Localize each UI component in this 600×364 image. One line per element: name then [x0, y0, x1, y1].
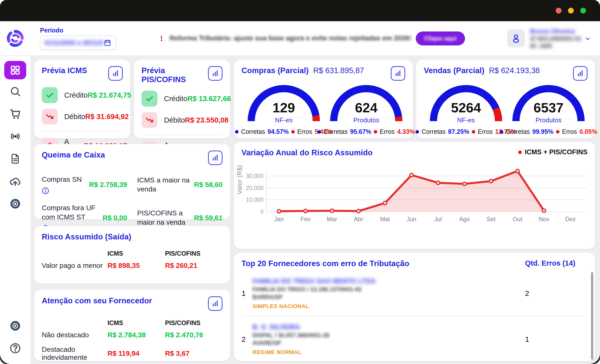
credito-row: Crédito R$ 13.627,66: [142, 91, 222, 107]
table-row[interactable]: 2 B. S. SILVEIRA DISPAL / 30.057.366/000…: [242, 317, 588, 361]
scrollbar-thumb[interactable]: [591, 272, 593, 360]
corretas-dot: [318, 130, 321, 134]
chevron-down-icon[interactable]: [584, 35, 591, 42]
gauge-nfes: 129 NF-es Corretas94.57% Erros5.43%: [242, 81, 325, 135]
search-icon: [10, 86, 21, 97]
bar-chart-icon: [394, 69, 402, 78]
svg-text:Abr: Abr: [354, 216, 363, 222]
svg-text:Ago: Ago: [459, 216, 470, 222]
period-label: Período: [40, 27, 116, 34]
debito-row: Débito R$ 23.550,08: [142, 112, 222, 128]
sidebar-item-dashboard[interactable]: [4, 61, 26, 79]
sidebar-item-search[interactable]: [4, 84, 26, 98]
person-icon: [510, 33, 522, 44]
svg-text:Jun: Jun: [407, 216, 416, 222]
card-variacao-anual: Variação Anual do Risco Assumido ICMS + …: [234, 142, 595, 249]
open-chart-button[interactable]: [208, 296, 222, 311]
sidebar-item-purchases[interactable]: [4, 107, 26, 121]
open-chart-button[interactable]: [108, 66, 123, 81]
banner-text: Reforma Tributária: ajuste sua base agor…: [170, 34, 411, 42]
y-axis-label: Valor (R$): [236, 165, 243, 194]
cart-icon: [9, 108, 21, 120]
svg-text:0: 0: [260, 208, 264, 215]
svg-text:Jan: Jan: [274, 216, 284, 222]
user-menu[interactable]: Bruno Oliveira 47.603.246/0001-51 ID: 16…: [507, 27, 591, 50]
corretas-dot: [500, 130, 503, 134]
card-previa-icms: Prévia ICMS Crédito R$ 21.674,75: [34, 60, 130, 138]
chart-legend: ICMS + PIS/COFINS: [518, 148, 588, 156]
svg-text:30.000: 30.000: [246, 173, 264, 179]
queima-item: Compras SN R$ 2.758,39: [42, 175, 127, 194]
sidebar-item-documents[interactable]: [4, 152, 26, 166]
trending-down-icon: [42, 109, 58, 125]
open-chart-button[interactable]: [208, 151, 222, 165]
svg-text:20.000: 20.000: [246, 185, 264, 191]
alert-icon: [158, 35, 165, 42]
app-window: Período 01/11/2025 a 30/11/2025 Reforma …: [0, 0, 600, 364]
supplier-regime: SIMPLES NACIONAL: [252, 303, 525, 310]
check-icon: [142, 91, 158, 107]
sidebar-item-broadcast[interactable]: [4, 129, 26, 143]
svg-text:Fev: Fev: [300, 216, 310, 222]
period-date-range-input[interactable]: 01/11/2025 a 30/11/2025: [40, 35, 116, 50]
legend-dot: [518, 151, 522, 154]
period-filter: Período 01/11/2025 a 30/11/2025: [40, 27, 116, 50]
table-row: Não destacado R$ 2.784,38 R$ 2.470,76: [42, 331, 222, 339]
chart-title: Variação Anual do Risco Assumido: [242, 148, 372, 157]
window-close-button[interactable]: [556, 8, 562, 13]
erros-dot: [291, 130, 295, 134]
svg-text:10.000: 10.000: [246, 196, 264, 203]
card-title: Prévia ICMS: [42, 66, 87, 75]
card-title: Prévia PIS/COFINS: [142, 66, 208, 84]
sidebar-item-help[interactable]: [10, 343, 21, 355]
error-count: 1: [525, 335, 529, 343]
sidebar-item-upload[interactable]: [4, 174, 26, 188]
error-count: 2: [525, 289, 529, 297]
dashboard-grid-icon: [10, 65, 21, 76]
card-vendas-parcial: Vendas (Parcial) R$ 624.193,38: [416, 60, 595, 138]
sidebar-item-preferences[interactable]: [10, 320, 21, 333]
card-compras-parcial: Compras (Parcial) R$ 631.895,87: [234, 60, 413, 138]
avatar: [507, 29, 525, 47]
credito-row: Crédito R$ 21.674,75: [42, 87, 123, 103]
calendar-icon[interactable]: [104, 39, 112, 47]
bar-chart-icon: [111, 69, 120, 78]
table-title: Top 20 Fornecedores com erro de Tributaç…: [242, 259, 525, 268]
gear-icon: [10, 320, 21, 332]
col-header-pis-cofins: PIS/COFINS: [165, 250, 222, 257]
gauge-arc: 129 NF-es: [244, 81, 324, 125]
card-top20-fornecedores: Top 20 Fornecedores com erro de Tributaç…: [234, 253, 595, 361]
table-row: Valor pago a menor R$ 898,35 R$ 260,21: [42, 262, 222, 270]
bar-chart-icon: [211, 299, 220, 308]
card-atencao-fornecedor: Atenção com seu Fornecedor ICMS PIS/COFI…: [34, 290, 230, 361]
open-chart-button[interactable]: [208, 66, 222, 81]
svg-text:Dez: Dez: [565, 216, 576, 222]
supplier-city: BARRA/SP: [252, 293, 525, 301]
svg-text:Set: Set: [486, 216, 496, 222]
card-previa-pis-cofins: Prévia PIS/COFINS Crédito R$ 13.627,66: [134, 60, 230, 138]
user-cnpj: 47.603.246/0001-51: [530, 35, 582, 42]
supplier-name[interactable]: FAMILIA DO TRIGO SAO BENTO LTDA: [252, 277, 525, 286]
open-chart-button[interactable]: [573, 66, 588, 81]
suppliers-list[interactable]: 1 FAMILIA DO TRIGO SAO BENTO LTDA FAMILI…: [242, 271, 588, 361]
topbar: Período 01/11/2025 a 30/11/2025 Reforma …: [0, 21, 600, 56]
card-queima-de-caixa: Queima de Caixa Compras SN R$ 2.758,39: [34, 144, 230, 219]
card-title: Queima de Caixa: [42, 151, 105, 160]
sidebar-item-settings[interactable]: [4, 197, 26, 211]
document-icon: [10, 153, 21, 164]
table-row[interactable]: 1 FAMILIA DO TRIGO SAO BENTO LTDA FAMILI…: [242, 271, 588, 317]
window-minimize-button[interactable]: [568, 8, 574, 13]
gauge-legend: Corretas99.95% Erros0.05%: [500, 128, 597, 135]
erros-dot: [374, 130, 377, 134]
corretas-dot: [416, 130, 419, 134]
gauge-legend: Corretas95.67% Erros4.33%: [318, 128, 415, 135]
app-shell: Período 01/11/2025 a 30/11/2025 Reforma …: [0, 21, 600, 364]
supplier-name[interactable]: B. S. SILVEIRA: [252, 323, 525, 332]
app-logo[interactable]: [0, 21, 30, 55]
open-chart-button[interactable]: [391, 66, 405, 81]
window-zoom-button[interactable]: [580, 8, 586, 13]
svg-text:Out: Out: [513, 216, 522, 222]
banner-cta-button[interactable]: Clique aqui: [416, 31, 465, 45]
gauge-arc: 6537 Produtos: [508, 81, 588, 125]
info-icon[interactable]: [42, 187, 49, 194]
